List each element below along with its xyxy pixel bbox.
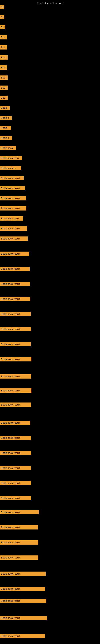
bottleneck-item: Bottleneck result bbox=[0, 510, 39, 514]
bottleneck-item: Bottleneck result bbox=[0, 252, 29, 256]
bottleneck-item: Bott bbox=[0, 86, 8, 90]
bottleneck-item: Bottleneck result bbox=[0, 282, 30, 286]
bottleneck-item: Bottleneck result bbox=[0, 236, 28, 241]
bottleneck-item: Bott bbox=[0, 55, 8, 60]
bottleneck-item: Bott bbox=[0, 96, 8, 100]
bottleneck-item: Bottleneck result bbox=[0, 634, 45, 638]
bottleneck-item: Bottleneck result bbox=[0, 267, 30, 271]
bottleneck-item: Bottleneck result bbox=[0, 342, 31, 346]
bottleneck-item: Bottleneck result bbox=[0, 226, 27, 231]
bottleneck-item: Bottleneck resu bbox=[0, 216, 23, 220]
bottleneck-item: Bottleneck result bbox=[0, 327, 31, 331]
bottleneck-item: Bott bbox=[0, 76, 8, 80]
bottleneck-item: Bott bbox=[0, 45, 7, 50]
bottleneck-item: Bottleneck result bbox=[0, 451, 31, 455]
bottleneck-item: Bottleneck bbox=[0, 146, 16, 150]
bottleneck-item: Bo bbox=[0, 15, 4, 19]
bottleneck-item: Bottleneck result bbox=[0, 466, 31, 470]
bottleneck-item: Bottleneck result bbox=[0, 402, 31, 407]
bottleneck-item: Bott bbox=[0, 66, 7, 70]
bottleneck-item: Bottleneck result bbox=[0, 436, 31, 440]
bottleneck-item: Bottleneck resu bbox=[0, 156, 22, 160]
bottleneck-item: Bottleneck result bbox=[0, 572, 46, 576]
bottleneck-item: Bottleneck result bbox=[0, 186, 25, 190]
bottleneck-item: Bottle bbox=[0, 126, 11, 130]
bottleneck-item: Bottleneck result bbox=[0, 481, 31, 485]
bottleneck-item: Bottleneck result bbox=[0, 388, 31, 393]
site-title: TheBottlenecker.com bbox=[0, 0, 100, 6]
bottleneck-item: Bottleneck result bbox=[0, 496, 31, 500]
bottleneck-item: Bot bbox=[0, 25, 5, 30]
bottleneck-item: Bottleneck result bbox=[0, 587, 45, 591]
bottleneck-item: Bottleneck result bbox=[0, 206, 26, 210]
bottleneck-item: Bo bbox=[0, 5, 4, 9]
bottleneck-item: Bottle bbox=[0, 106, 10, 110]
bottleneck-item: Bottleneck result bbox=[0, 357, 31, 362]
bottleneck-item: Bott bbox=[0, 35, 7, 40]
bottleneck-item: Bottleneck result bbox=[0, 297, 30, 301]
bottleneck-item: Bottleneck re bbox=[0, 166, 21, 170]
bottleneck-item: Bottleneck result bbox=[0, 176, 24, 180]
bottleneck-item: Bottleneck result bbox=[0, 616, 47, 620]
bottleneck-item: Bottleneck result bbox=[0, 374, 31, 378]
bottleneck-item: Bottleneck result bbox=[0, 525, 38, 530]
bottleneck-item: Bottleneck result bbox=[0, 599, 47, 603]
bottleneck-item: Bottleneck result bbox=[0, 312, 31, 316]
bottleneck-item: Bottlen bbox=[0, 116, 12, 120]
bottleneck-item: Bottleneck result bbox=[0, 540, 38, 544]
bottleneck-item: Bottleneck result bbox=[0, 420, 30, 425]
bottleneck-item: Bottleneck result bbox=[0, 196, 26, 200]
bottleneck-item: Bottlen bbox=[0, 136, 12, 140]
bottleneck-item: Bottleneck result bbox=[0, 556, 38, 560]
